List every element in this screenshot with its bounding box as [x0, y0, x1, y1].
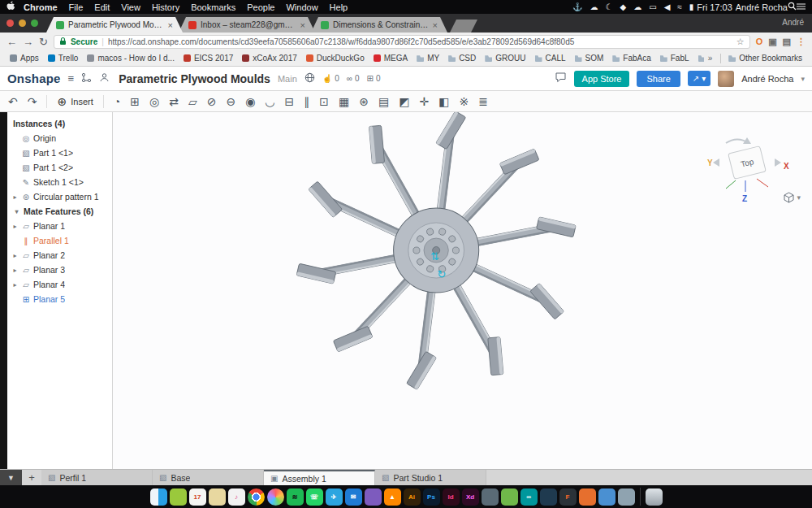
url-text[interactable]: https://cad.onshape.com/documents/cd39ee… [108, 37, 732, 46]
instances-header[interactable]: Instances (4) [7, 116, 112, 131]
likes-stat[interactable]: ☝ 0 [322, 74, 339, 83]
bookmark-item[interactable]: EICS 2017 [180, 54, 236, 63]
cloud-app-icon[interactable]: ☁ [590, 2, 598, 11]
bookmark-item[interactable]: MY [413, 54, 443, 63]
mate-connector-icon[interactable]: ✛ [419, 96, 429, 107]
fontexplorer[interactable]: F [559, 488, 577, 506]
section-view-icon[interactable]: ◧ [438, 96, 449, 107]
bookmark-item[interactable]: GROUU [482, 54, 529, 63]
finder[interactable] [150, 488, 167, 506]
instance-item[interactable]: ▧ Part 1 <2> [7, 160, 112, 175]
bookmark-item[interactable]: CSD [445, 54, 479, 63]
whatsapp[interactable]: ☏ [306, 488, 323, 506]
back-button[interactable]: ← [6, 37, 17, 47]
docker-icon[interactable]: ⚓ [572, 2, 582, 11]
bookmark-item[interactable]: xCoAx 2017 [239, 54, 300, 63]
planar-mate-icon[interactable]: ▱ [188, 96, 197, 107]
comment-icon[interactable] [555, 72, 567, 86]
linked-documents-stat[interactable]: ∞ 0 [347, 74, 360, 83]
named-positions-icon[interactable]: ≣ [478, 96, 488, 107]
document-tab[interactable]: ▧ Base [153, 470, 264, 485]
unity[interactable] [482, 488, 499, 506]
exploded-view-icon[interactable]: ※ [459, 96, 469, 107]
pin-slot-mate-icon[interactable]: ⊖ [226, 96, 235, 107]
other-bookmarks-button[interactable]: Other Bookmarks [725, 54, 806, 63]
dropbox-icon[interactable]: ◆ [620, 2, 626, 11]
app-store-button[interactable]: App Store [574, 71, 630, 87]
menubar-item[interactable]: History [152, 2, 179, 12]
instance-item[interactable]: ◎ Origin [7, 131, 112, 145]
bookmark-item[interactable]: MEGA [370, 54, 411, 63]
mail[interactable]: ✉ [345, 488, 362, 506]
generic-app[interactable] [618, 488, 635, 506]
chrome-profile-name[interactable]: André [782, 18, 804, 27]
appearance-icon[interactable]: ◩ [399, 96, 409, 107]
apple-menu-icon[interactable] [6, 1, 15, 13]
menubar-clock[interactable]: Fri 17:03 [697, 2, 732, 12]
browser-tab[interactable]: Dimensions & Constraints | On × [311, 17, 447, 33]
undo-icon[interactable]: ↶ [8, 96, 18, 107]
bom-table-icon[interactable]: ▤ [378, 96, 389, 107]
add-tab-button[interactable]: + [22, 470, 41, 485]
tab-close-icon[interactable]: × [300, 20, 305, 30]
wifi-icon[interactable]: ≈ [677, 2, 682, 11]
model-canvas[interactable]: ⇅ ↻ Top Y X Z [113, 112, 812, 469]
photos[interactable] [267, 488, 284, 506]
insert-button[interactable]: ⊕ Insert [57, 96, 93, 107]
linear-pattern-icon[interactable]: ▦ [339, 96, 349, 107]
user-avatar[interactable] [718, 71, 734, 87]
document-tab[interactable]: ▧ Perfil 1 [41, 470, 153, 485]
exports-stat[interactable]: ⊞ 0 [367, 74, 381, 83]
vlc[interactable]: ▲ [384, 488, 401, 506]
do-not-disturb-icon[interactable]: ☾ [606, 2, 613, 11]
circular-pattern-icon[interactable]: ⊛ [359, 96, 369, 107]
grasshopper[interactable] [501, 488, 518, 506]
telegram[interactable]: ✈ [326, 488, 343, 506]
music[interactable]: ♪ [228, 488, 245, 506]
notification-center-icon[interactable] [797, 2, 806, 12]
minimize-window-button[interactable] [19, 20, 26, 27]
tab-close-icon[interactable]: × [433, 20, 438, 30]
bookmark-item[interactable]: macos - How do I d... [84, 54, 177, 63]
hamburger-menu-icon[interactable]: ≡ [68, 73, 75, 84]
menubar-item[interactable]: Chrome [24, 2, 58, 12]
fastened-mate-icon[interactable]: ⊞ [130, 96, 140, 107]
processing[interactable] [540, 488, 557, 506]
mate-feature-item[interactable]: ∥ Parallel 1 [7, 233, 112, 248]
firefox[interactable] [579, 488, 596, 506]
bookmark-item[interactable]: FarmL [695, 54, 704, 63]
chrome-menu-icon[interactable]: ⋮ [797, 37, 806, 46]
adobe-xd[interactable]: Xd [462, 488, 479, 506]
onshape-logo[interactable]: Onshape [7, 72, 61, 85]
user-menu-chevron-icon[interactable]: ▾ [801, 75, 805, 83]
bookmark-item[interactable]: Apps [6, 54, 42, 63]
trash-icon[interactable] [646, 488, 663, 506]
slider-mate-icon[interactable]: ⇄ [169, 96, 179, 107]
menubar-item[interactable]: Bookmarks [191, 2, 235, 12]
calendar[interactable]: 17 [189, 488, 206, 506]
expander-icon[interactable]: ▸ [11, 267, 19, 274]
icloud-icon[interactable]: ☁ [633, 2, 641, 11]
expander-icon[interactable]: ▸ [11, 223, 19, 230]
ball-mate-icon[interactable]: ◉ [245, 96, 255, 107]
expander-icon[interactable]: ▸ [11, 252, 19, 259]
view-cube[interactable]: Top Y X Z [703, 133, 793, 208]
browser-tab[interactable]: Parametric Plywood Moulds | × [46, 17, 183, 33]
instance-item[interactable]: ▧ Part 1 <1> [7, 145, 112, 160]
cylindrical-mate-icon[interactable]: ⊘ [207, 96, 217, 107]
bookmark-item[interactable]: SOM [572, 54, 607, 63]
document-tab[interactable]: ▧ Part Studio 1 [375, 470, 486, 485]
illustrator[interactable]: Ai [404, 488, 421, 506]
snap-mode-icon[interactable]: ◔ [114, 96, 120, 107]
mate-feature-item[interactable]: ▸ ▱ Planar 4 [7, 277, 112, 292]
document-tab[interactable]: ▣ Assembly 1 [264, 470, 375, 485]
revolute-mate-icon[interactable]: ◎ [149, 96, 159, 107]
menubar-user[interactable]: André Rocha [736, 2, 788, 12]
share-button[interactable]: Share [637, 71, 680, 87]
sketch[interactable] [598, 488, 615, 506]
onetab-extension-icon[interactable]: O [756, 37, 763, 46]
follow-mode-icon[interactable] [99, 72, 110, 86]
extension-icon-3[interactable]: ▤ [783, 37, 791, 46]
mate-feature-item[interactable]: ▸ ▱ Planar 3 [7, 263, 112, 277]
arduino[interactable]: ∞ [520, 488, 538, 506]
